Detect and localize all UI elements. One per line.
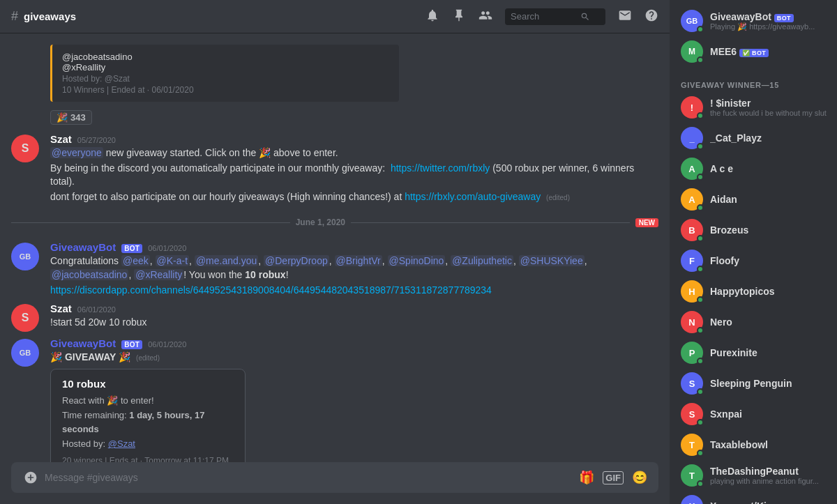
member-info: Floofy — [710, 255, 831, 266]
mention-xreallity[interactable]: @xReallity — [134, 269, 183, 280]
member-avatar: T — [681, 434, 703, 456]
gif-icon[interactable]: GIF — [603, 471, 624, 484]
giveaway-host-link[interactable]: @Szat — [108, 438, 135, 449]
giveaway-card: 10 robux React with 🎉 to enter! Time rem… — [50, 369, 246, 462]
top-reaction[interactable]: 🎉 343 — [50, 110, 92, 125]
member-name: Happytopicos — [710, 286, 831, 297]
member-info-giveawaybot: GiveawayBot BOT Playing 🎉 https://giveaw… — [710, 11, 831, 31]
msg-header-szat2: Szat 06/01/2020 — [50, 303, 658, 314]
msg-content-szat2: Szat 06/01/2020 !start 5d 20w 10 robux — [50, 303, 658, 332]
msg-text-3: dont forget to also participate on our h… — [50, 190, 658, 204]
member-item-mee6[interactable]: M MEE6 ✅ BOT — [670, 36, 837, 67]
member-info: Nero — [710, 316, 831, 328]
member-info: Sleeping Penguin — [710, 378, 831, 389]
member-item[interactable]: S Sleeping Penguin — [670, 368, 837, 399]
member-item[interactable]: ! ! $inister the fuck would i be without… — [670, 92, 837, 123]
member-item[interactable]: A Aidan — [670, 184, 837, 215]
add-file-button[interactable] — [22, 469, 39, 486]
mention-zuliputhetic[interactable]: @Zuliputhetic — [451, 255, 513, 266]
search-input[interactable] — [511, 11, 580, 22]
mention-kat[interactable]: @K-a-t — [156, 255, 190, 266]
mention-jacobeats[interactable]: @jacobeatsadino — [50, 269, 128, 280]
member-info: Purexinite — [710, 347, 831, 358]
bot-tag-2: BOT — [121, 340, 142, 349]
username-bot1[interactable]: GiveawayBot — [50, 241, 116, 253]
status-dot — [697, 296, 704, 303]
help-icon[interactable] — [644, 8, 658, 25]
member-avatar: H — [681, 280, 703, 303]
message-giveawaybot-1: GB GiveawayBot BOT 06/01/2020 Congratula… — [0, 238, 670, 300]
mention-shusky[interactable]: @SHUSKYiee — [519, 255, 585, 266]
mention-spinodino[interactable]: @SpinoDino — [388, 255, 446, 266]
avatar-szat2: S — [11, 304, 39, 332]
status-dot — [697, 327, 704, 334]
status-dot — [697, 26, 704, 33]
member-item[interactable]: S Sxnpai — [670, 399, 837, 429]
status-dot — [697, 204, 704, 211]
mention-brightvr[interactable]: @BrightVr — [335, 255, 382, 266]
auto-giveaway-link-1[interactable]: https://rbxly.com/auto-giveaway — [405, 191, 541, 202]
status-dot — [697, 235, 704, 242]
member-info: Happytopicos — [710, 286, 831, 297]
search-bar[interactable] — [505, 8, 605, 25]
member-status: Playing 🎉 https://giveawayb... — [710, 22, 831, 31]
member-name: _Cat_Playz — [710, 132, 831, 144]
username-szat2[interactable]: Szat — [50, 303, 72, 314]
status-dot — [697, 143, 704, 150]
member-avatar-giveawaybot: GB — [681, 10, 703, 32]
mention-derpydroop[interactable]: @DerpyDroop — [264, 255, 329, 266]
member-item[interactable]: P Purexinite — [670, 337, 837, 368]
reaction-count: 343 — [70, 112, 86, 123]
member-avatar: A — [681, 158, 703, 180]
member-status: the fuck would i be without my slut — [710, 109, 831, 117]
msg-text-giveaway-title: 🎉 GIVEAWAY 🎉 (edited) — [50, 351, 658, 365]
member-item[interactable]: B Brozeus — [670, 215, 837, 245]
member-item[interactable]: N Nero — [670, 307, 837, 337]
inbox-icon[interactable] — [618, 8, 632, 25]
member-item[interactable]: T TheDashingPeanut playing with anime ac… — [670, 460, 837, 491]
msg-content: Szat 05/27/2020 @everyone new giveaway s… — [50, 133, 658, 204]
edited-tag-2: (edited) — [136, 354, 160, 362]
message-szat-may: S Szat 05/27/2020 @everyone new giveaway… — [0, 130, 670, 206]
member-item[interactable]: T Taxablebowl — [670, 429, 837, 460]
emoji-icon[interactable]: 😊 — [632, 470, 647, 485]
member-avatar: X — [681, 495, 703, 504]
member-item[interactable]: H Happytopicos — [670, 276, 837, 307]
twitter-link-1[interactable]: https://twitter.com/rbxly — [391, 162, 490, 174]
member-info: Sxnpai — [710, 408, 831, 420]
timestamp-bot2: 06/01/2020 — [148, 340, 186, 349]
member-name: Nero — [710, 316, 831, 328]
top-embed: @jacobeatsadino@xReallity Hosted by: @Sz… — [50, 45, 399, 102]
top-embed-footer: 10 Winners | Ended at · 06/01/2020 — [62, 85, 389, 95]
timestamp-szat2: 06/01/2020 — [77, 305, 116, 314]
new-badge: NEW — [635, 218, 658, 227]
msg-text-discordlink: https://discordapp.com/channels/64495254… — [50, 284, 658, 298]
username[interactable]: Szat — [50, 133, 72, 145]
member-avatar: ! — [681, 96, 703, 119]
message-input[interactable] — [45, 464, 573, 491]
member-item[interactable]: F Floofy — [670, 245, 837, 276]
notifications-icon[interactable] — [425, 8, 439, 25]
member-name: A c e — [710, 163, 831, 174]
date-divider-text: June 1, 2020 — [296, 217, 345, 227]
header-icons — [425, 8, 658, 25]
discord-channel-link[interactable]: https://discordapp.com/channels/64495254… — [50, 284, 492, 296]
gift-icon[interactable]: 🎁 — [579, 470, 594, 485]
member-avatar: T — [681, 464, 703, 487]
member-avatar: N — [681, 311, 703, 333]
giveaway-winners-header: GIVEAWAY WINNER—15 — [670, 70, 837, 92]
members-icon[interactable] — [478, 8, 492, 25]
username-bot2[interactable]: GiveawayBot — [50, 337, 116, 349]
msg-content-bot2: GiveawayBot BOT 06/01/2020 🎉 GIVEAWAY 🎉 … — [50, 337, 658, 462]
giveaway-prize: 10 robux — [62, 378, 234, 390]
pinned-icon[interactable] — [452, 8, 466, 25]
member-item-giveawaybot[interactable]: GB GiveawayBot BOT Playing 🎉 https://giv… — [670, 6, 837, 36]
member-item[interactable]: A A c e — [670, 153, 837, 184]
member-avatar: S — [681, 372, 703, 395]
member-item[interactable]: X Xyoonest/Kix — [670, 491, 837, 504]
mention-meandyou[interactable]: @me.and.you — [195, 255, 258, 266]
mention-eek[interactable]: @eek — [121, 255, 150, 266]
mention-everyone[interactable]: @everyone — [50, 147, 103, 158]
member-status: playing with anime action figur... — [710, 477, 831, 485]
member-item[interactable]: _ _Cat_Playz — [670, 123, 837, 153]
